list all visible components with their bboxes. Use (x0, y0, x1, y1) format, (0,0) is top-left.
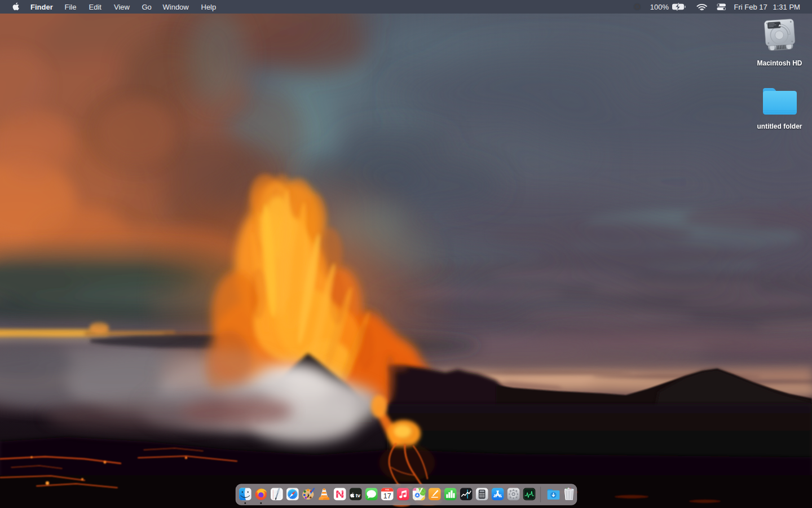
svg-text:Go: Go (142, 3, 152, 11)
svg-text:tv: tv (356, 492, 361, 498)
svg-text:Fri Feb 17: Fri Feb 17 (734, 3, 767, 11)
svg-text:Edit: Edit (89, 3, 102, 11)
svg-text:Finder: Finder (30, 3, 53, 11)
svg-text:100%: 100% (650, 3, 669, 11)
svg-text:1:31 PM: 1:31 PM (773, 3, 800, 11)
svg-text:FEB: FEB (385, 489, 390, 491)
svg-text:View: View (114, 3, 130, 11)
svg-text:Window: Window (163, 3, 189, 11)
svg-text:17: 17 (383, 492, 391, 500)
svg-text:Help: Help (201, 3, 217, 11)
svg-text:File: File (65, 3, 77, 11)
